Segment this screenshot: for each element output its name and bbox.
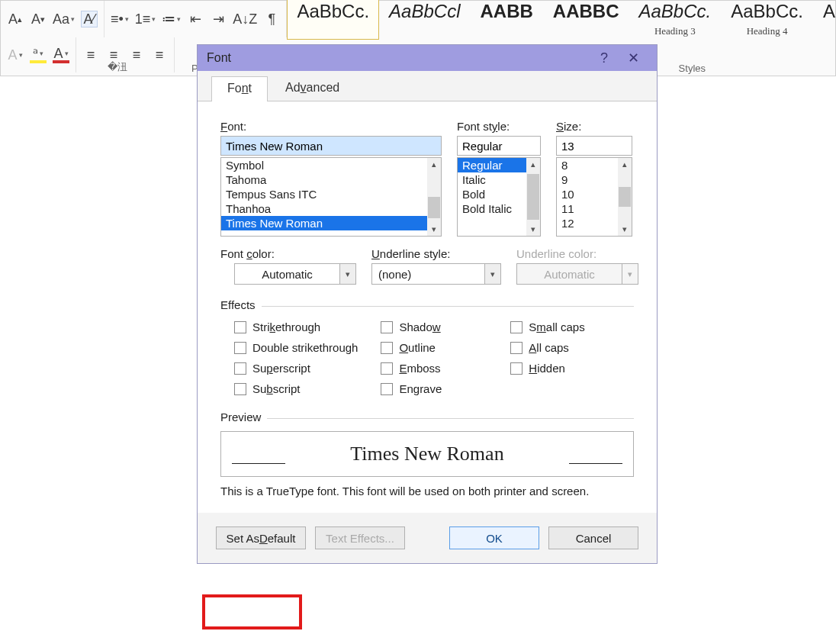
label-font: Font: [220, 120, 442, 133]
font-style-input[interactable] [457, 136, 541, 156]
dialog-button-bar: Set As Default Text Effects... OK Cancel [198, 513, 657, 563]
styles-gallery: AaBbCc.AaBbCclAABBAABBCAaBbCc.Heading 3A… [287, 0, 835, 40]
show-marks-icon[interactable]: ¶ [263, 11, 280, 27]
chevron-down-icon[interactable]: ▾ [484, 263, 501, 285]
font-input[interactable] [220, 136, 442, 156]
multilevel-icon[interactable]: ≔ [162, 11, 181, 27]
font-option[interactable]: Thanhoa [221, 201, 441, 216]
font-option[interactable]: Tempus Sans ITC [221, 187, 441, 201]
label-underline-color: Underline color: [516, 247, 638, 260]
font-dialog: Font ? ✕ Font Advanced Font: SymbolTahom… [197, 44, 658, 564]
scroll-up-icon[interactable]: ▴ [430, 158, 438, 171]
font-option[interactable]: Times New Roman [221, 216, 441, 230]
scroll-down-icon[interactable]: ▾ [529, 223, 537, 236]
font-style-listbox[interactable]: RegularItalicBoldBold Italic ▴ ▾ [457, 157, 541, 237]
tab-font[interactable]: Font [211, 76, 268, 101]
dialog-tabs: Font Advanced [198, 71, 657, 101]
check-shadow[interactable]: Shadow [381, 320, 442, 333]
bullets-icon[interactable]: ≡• [111, 11, 129, 27]
style-tile[interactable]: A [813, 0, 835, 40]
check-strikethrough[interactable]: Strikethrough [234, 320, 358, 333]
check-outline[interactable]: Outline [381, 341, 442, 354]
decrease-indent-icon[interactable]: ⇤ [187, 11, 204, 27]
size-input[interactable] [556, 136, 632, 156]
sort-icon[interactable]: A↓Z [233, 11, 257, 27]
align-left-icon[interactable]: ≡ [82, 47, 99, 63]
font-color-icon[interactable]: A [53, 47, 69, 63]
styles-group-label: Styles [679, 63, 706, 74]
close-button[interactable]: ✕ [619, 50, 648, 66]
font-list-scrollbar[interactable]: ▴ ▾ [427, 158, 441, 236]
dialog-titlebar: Font ? ✕ [198, 45, 657, 71]
check-all-caps[interactable]: All caps [510, 341, 584, 354]
label-size: Size: [556, 120, 632, 133]
font-option[interactable]: Tahoma [221, 172, 441, 187]
shrink-font-icon[interactable]: A▾ [30, 11, 47, 27]
chevron-down-icon[interactable]: ▾ [339, 263, 356, 285]
underline-color-value: Automatic [516, 263, 622, 285]
change-case-icon[interactable]: Aa [53, 11, 75, 27]
justify-icon[interactable]: ≡ [151, 47, 168, 63]
check-hidden[interactable]: Hidden [510, 362, 584, 375]
style-tile[interactable]: AaBbCc.Heading 4 [721, 0, 813, 40]
style-tile[interactable]: AaBbCc.Heading 3 [629, 0, 721, 40]
size-listbox[interactable]: 89101112 ▴ ▾ [556, 157, 632, 237]
text-effects-button: Text Effects... [315, 526, 405, 549]
font-group-bottom: A ᵃ A [1, 37, 76, 72]
check-superscript[interactable]: Superscript [234, 362, 358, 375]
set-as-default-button[interactable]: Set As Default [216, 526, 306, 549]
font-listbox[interactable]: SymbolTahomaTempus Sans ITCThanhoaTimes … [220, 157, 442, 237]
style-tile[interactable]: AABB [470, 0, 542, 40]
font-option[interactable]: Symbol [221, 158, 441, 172]
highlight-icon[interactable]: ᵃ [30, 47, 47, 63]
tab-advanced[interactable]: Advanced [269, 76, 355, 101]
underline-style-combo[interactable]: (none) ▾ [371, 263, 501, 285]
scroll-up-icon[interactable]: ▴ [621, 158, 629, 171]
label-effects: Effects [220, 298, 256, 311]
chevron-down-icon: ▾ [622, 263, 638, 285]
ok-button[interactable]: OK [449, 526, 539, 549]
effects-group: Strikethrough Double strikethrough Super… [234, 320, 634, 395]
font-color-value: Automatic [234, 263, 339, 285]
paragraph-group-top: ≡• 1≡ ≔ ⇤ ⇥ A↓Z ¶ [104, 1, 287, 37]
check-emboss[interactable]: Emboss [381, 362, 442, 375]
font-description: This is a TrueType font. This font will … [220, 485, 634, 497]
grow-font-icon[interactable]: A▴ [7, 11, 24, 27]
label-preview: Preview [220, 411, 261, 423]
label-font-color: Font color: [220, 247, 356, 260]
align-right-icon[interactable]: ≡ [128, 47, 145, 63]
preview-box: Times New Roman [220, 431, 634, 477]
preview-text: Times New Roman [350, 443, 503, 465]
numbering-icon[interactable]: 1≡ [135, 11, 156, 27]
check-small-caps[interactable]: Small caps [510, 320, 584, 333]
clear-format-icon[interactable]: A⁄ [81, 11, 98, 27]
font-group-launcher[interactable]: �沑 [108, 60, 127, 74]
label-underline-style: Underline style: [371, 247, 501, 260]
label-font-style: Font style: [457, 120, 541, 133]
font-group-top: A▴ A▾ Aa A⁄ [1, 1, 104, 37]
check-engrave[interactable]: Engrave [381, 382, 442, 395]
check-subscript[interactable]: Subscript [234, 382, 358, 395]
cancel-button[interactable]: Cancel [548, 526, 638, 549]
scroll-up-icon[interactable]: ▴ [529, 158, 537, 171]
scroll-down-icon[interactable]: ▾ [430, 223, 438, 236]
style-list-scrollbar[interactable]: ▴ ▾ [526, 158, 540, 236]
underline-color-combo: Automatic ▾ [516, 263, 638, 285]
check-double-strike[interactable]: Double strikethrough [234, 341, 358, 354]
help-button[interactable]: ? [590, 50, 619, 66]
text-effects-icon[interactable]: A [7, 47, 24, 63]
scroll-down-icon[interactable]: ▾ [621, 223, 629, 236]
font-color-combo[interactable]: Automatic ▾ [234, 263, 356, 285]
underline-style-value: (none) [371, 263, 484, 285]
increase-indent-icon[interactable]: ⇥ [210, 11, 227, 27]
style-tile[interactable]: AaBbCc. [287, 0, 379, 40]
dialog-title: Font [207, 51, 231, 65]
style-tile[interactable]: AABBC [543, 0, 629, 40]
size-list-scrollbar[interactable]: ▴ ▾ [618, 158, 632, 236]
style-tile[interactable]: AaBbCcl [379, 0, 470, 40]
